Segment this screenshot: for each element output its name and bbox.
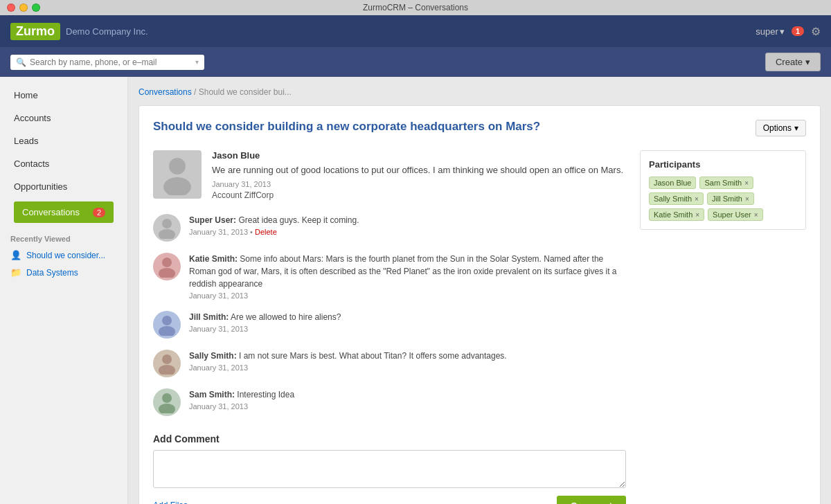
logo[interactable]: Zurmo xyxy=(10,23,60,40)
window-buttons xyxy=(7,3,40,12)
svg-point-9 xyxy=(159,365,175,375)
comment-1-author-inline: Katie Smith: xyxy=(189,254,238,264)
main-layout: Home Accounts Leads Contacts Opportuniti… xyxy=(0,77,831,504)
participant-remove-4[interactable]: × xyxy=(695,211,699,219)
sidebar-item-home[interactable]: Home xyxy=(0,84,127,107)
notification-badge[interactable]: 1 xyxy=(792,26,804,36)
comment-0-content: Super User: Great idea guys. Keep it com… xyxy=(189,214,626,236)
content-area: Conversations / Should we consider bui..… xyxy=(128,77,831,504)
topbar: Zurmo Demo Company Inc. super ▾ 1 ⚙ xyxy=(0,15,831,47)
sidebar-item-contacts[interactable]: Contacts xyxy=(0,152,127,175)
comment-4-body: Interesting Idea xyxy=(237,390,294,399)
user-menu[interactable]: super ▾ xyxy=(756,26,785,37)
comment-0-text: Super User: Great idea guys. Keep it com… xyxy=(189,214,626,226)
sidebar-item-conversations[interactable]: Conversations 2 xyxy=(14,201,114,223)
svg-point-4 xyxy=(162,258,172,267)
participant-remove-5[interactable]: × xyxy=(754,211,758,219)
participants-area: Participants Jason Blue Sam Smith × Sall… xyxy=(640,150,806,504)
comment-3-content: Sally Smith: I am not sure Mars is best.… xyxy=(189,350,626,372)
posts-area: Jason Blue We are running out of good lo… xyxy=(153,150,626,504)
sidebar-item-opportunities[interactable]: Opportunities xyxy=(0,175,127,198)
comment-3-date: January 31, 2013 xyxy=(189,363,626,372)
searchbar: 🔍 ▾ Create ▾ xyxy=(0,47,831,77)
svg-point-1 xyxy=(163,177,191,195)
participant-tag-0: Jason Blue xyxy=(649,177,696,189)
search-dropdown-icon[interactable]: ▾ xyxy=(195,58,199,66)
svg-point-5 xyxy=(159,268,175,278)
create-dropdown-icon: ▾ xyxy=(805,57,810,67)
comment-1-avatar xyxy=(153,253,181,280)
breadcrumb: Conversations / Should we consider bui..… xyxy=(138,87,821,97)
add-comment-label: Add Comment xyxy=(153,433,626,444)
comment-4-text: Sam Smith: Interesting Idea xyxy=(189,388,626,401)
comment-2-avatar xyxy=(153,311,181,339)
participant-name-3: Jill Smith xyxy=(712,195,742,203)
comment-0-sep: • xyxy=(250,228,255,236)
comment-0-body: Great idea guys. Keep it coming. xyxy=(238,215,359,225)
breadcrumb-parent[interactable]: Conversations xyxy=(138,87,192,97)
recently-viewed-label: Recently Viewed xyxy=(0,226,127,246)
comment-submit-button[interactable]: Comment xyxy=(557,496,626,505)
participant-tag-1: Sam Smith × xyxy=(699,177,753,189)
comment-1-date: January 31, 2013 xyxy=(189,291,626,300)
comment-actions: Add Files Comment xyxy=(153,496,626,505)
participant-name-4: Katie Smith xyxy=(654,210,692,219)
participant-name-1: Sam Smith xyxy=(704,179,742,187)
participant-name-0: Jason Blue xyxy=(654,179,691,187)
comment-0-author-inline: Super User: xyxy=(189,215,236,225)
comment-2-body: Are we allowed to hire aliens? xyxy=(231,312,341,322)
participant-name-2: Sally Smith xyxy=(654,195,692,203)
conversation-panel: Should we consider building a new corpor… xyxy=(138,105,821,504)
svg-point-10 xyxy=(162,393,172,403)
participant-tag-2: Sally Smith × xyxy=(649,192,704,205)
conversation-body: Jason Blue We are running out of good lo… xyxy=(153,150,806,504)
comment-0: Super User: Great idea guys. Keep it com… xyxy=(153,214,626,242)
search-input[interactable] xyxy=(30,57,192,67)
recent-item-data-systems[interactable]: 📁 Data Systems xyxy=(0,264,127,281)
comment-4-author-inline: Sam Smith: xyxy=(189,390,235,399)
comment-0-avatar xyxy=(153,214,181,242)
comment-1-body: Some info about Mars: Mars is the fourth… xyxy=(189,254,617,289)
add-files-link[interactable]: Add Files xyxy=(153,501,188,504)
svg-point-2 xyxy=(162,219,172,228)
conversation-title: Should we consider building a new corpor… xyxy=(153,120,540,134)
comment-2-date: January 31, 2013 xyxy=(189,325,626,333)
options-label: Options xyxy=(763,123,792,133)
comment-4-date: January 31, 2013 xyxy=(189,402,626,411)
comment-2: Jill Smith: Are we allowed to hire alien… xyxy=(153,311,626,339)
comment-3-author-inline: Sally Smith: xyxy=(189,351,237,361)
participant-remove-1[interactable]: × xyxy=(744,179,749,187)
minimize-button[interactable] xyxy=(19,3,28,12)
participant-remove-2[interactable]: × xyxy=(695,195,699,203)
options-button[interactable]: Options ▾ xyxy=(756,120,806,136)
gear-icon[interactable]: ⚙ xyxy=(811,25,821,38)
create-button[interactable]: Create ▾ xyxy=(765,53,821,71)
svg-point-0 xyxy=(169,158,186,174)
participant-tags: Jason Blue Sam Smith × Sally Smith × xyxy=(649,177,797,221)
comment-3: Sally Smith: I am not sure Mars is best.… xyxy=(153,350,626,377)
add-comment-section: Add Comment Add Files Comment xyxy=(153,433,626,505)
conversations-label: Conversations xyxy=(22,207,80,217)
maximize-button[interactable] xyxy=(32,3,40,12)
sidebar-item-leads[interactable]: Leads xyxy=(0,129,127,152)
close-button[interactable] xyxy=(7,3,15,12)
comment-4-content: Sam Smith: Interesting Idea January 31, … xyxy=(189,388,626,411)
conversation-header: Should we consider building a new corpor… xyxy=(153,120,806,136)
participants-title: Participants xyxy=(649,159,797,170)
window-chrome: ZurmoCRM – Conversations xyxy=(0,0,831,15)
comment-2-text: Jill Smith: Are we allowed to hire alien… xyxy=(189,311,626,323)
participant-remove-3[interactable]: × xyxy=(745,195,749,203)
comment-0-delete[interactable]: Delete xyxy=(255,228,277,236)
sidebar-item-accounts[interactable]: Accounts xyxy=(0,107,127,129)
folder-icon: 📁 xyxy=(10,267,21,278)
username: super xyxy=(756,26,778,37)
svg-point-11 xyxy=(159,404,175,413)
conversations-badge: 2 xyxy=(93,208,105,217)
comment-3-body: I am not sure Mars is best. What about T… xyxy=(239,351,507,361)
comment-textarea[interactable] xyxy=(153,450,626,488)
participant-name-5: Super User xyxy=(713,210,751,219)
recent-item-conversation[interactable]: 👤 Should we consider... xyxy=(0,246,127,264)
svg-point-6 xyxy=(162,316,172,325)
breadcrumb-current: Should we consider bui... xyxy=(199,87,292,97)
original-author-name: Jason Blue xyxy=(212,150,623,161)
